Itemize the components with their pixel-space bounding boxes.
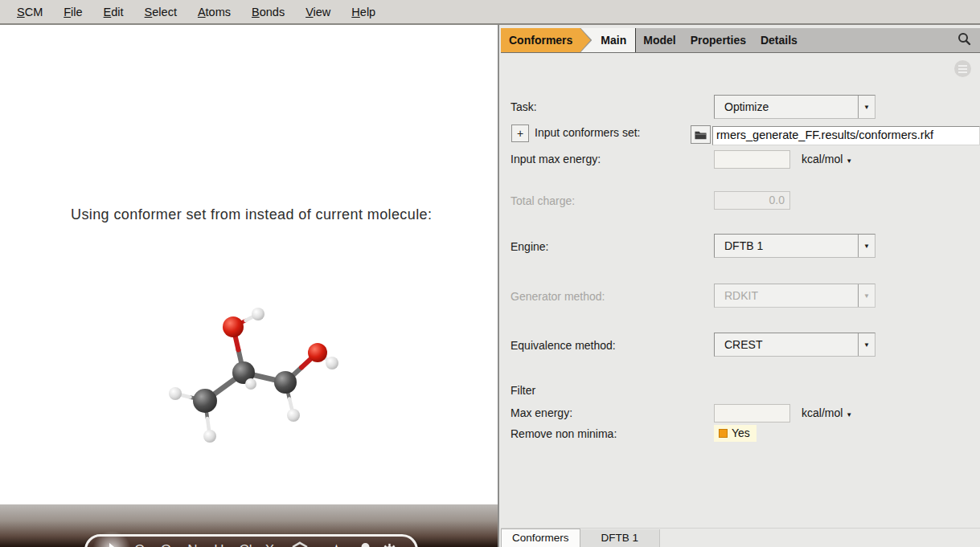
- carbon-atom: [193, 389, 217, 413]
- hydrogen-atom: [169, 387, 182, 400]
- structures-tool-icon[interactable]: ★: [323, 542, 350, 547]
- total-charge-label: Total charge:: [511, 194, 575, 207]
- element-c-button[interactable]: C: [126, 542, 153, 547]
- engine-value: DFTB 1: [715, 239, 858, 252]
- dropdown-arrow-icon: ▼: [846, 157, 852, 165]
- hydrogen-atom: [203, 430, 216, 443]
- menu-bar: SCM File Edit Select Atoms Bonds View He…: [0, 0, 980, 25]
- remove-non-minima-value: Yes: [732, 427, 750, 439]
- max-energy-field[interactable]: [714, 404, 790, 422]
- input-max-energy-label: Input max energy:: [511, 153, 601, 165]
- element-picker-button[interactable]: X▼: [259, 542, 286, 547]
- element-n-button[interactable]: N: [179, 542, 206, 547]
- dropdown-arrow-icon: ▼: [846, 411, 852, 418]
- oxygen-atom: [308, 343, 327, 362]
- dropdown-arrow-icon: ▼: [858, 284, 875, 307]
- menu-bonds[interactable]: Bonds: [243, 2, 293, 22]
- viewer-message: Using conformer set from instead of curr…: [71, 206, 432, 223]
- menu-view[interactable]: View: [297, 2, 339, 22]
- dropdown-arrow-icon[interactable]: ▼: [858, 96, 875, 118]
- input-max-energy-field[interactable]: [714, 150, 790, 169]
- element-h-button[interactable]: H: [206, 542, 232, 547]
- generator-method-value: RDKIT: [715, 289, 858, 302]
- equivalence-method-dropdown[interactable]: CREST ▼: [714, 333, 875, 357]
- panel-tab-bar: Conformers Main Model Properties Details: [501, 28, 980, 53]
- filter-section-label: Filter: [511, 384, 535, 397]
- generator-method-label: Generator method:: [511, 290, 605, 303]
- pointer-tool-icon[interactable]: [100, 542, 126, 547]
- engine-dropdown[interactable]: DFTB 1 ▼: [714, 234, 875, 258]
- ams-conformers-window: SCM File Edit Select Atoms Bonds View He…: [0, 0, 980, 547]
- carbon-atom: [274, 371, 297, 394]
- conformers-file-input[interactable]: rmers_generate_FF.results/conformers.rkf: [712, 126, 980, 145]
- browse-folder-icon[interactable]: [691, 125, 711, 144]
- search-icon[interactable]: [957, 32, 971, 49]
- menu-file[interactable]: File: [55, 2, 91, 22]
- bottom-tab-conformers[interactable]: Conformers: [501, 529, 580, 547]
- app-tab-outline: Conformers: [501, 28, 592, 52]
- task-dropdown[interactable]: Optimize ▼: [714, 95, 875, 119]
- molecule-3d-model[interactable]: [143, 288, 368, 457]
- hydrogen-atom: [252, 308, 264, 320]
- conformers-settings-panel: Conformers Main Model Properties Details…: [501, 25, 980, 547]
- tab-left-group: Conformers Main: [501, 28, 636, 52]
- menu-edit[interactable]: Edit: [95, 2, 133, 22]
- add-conformers-set-button[interactable]: +: [511, 125, 529, 142]
- tab-model[interactable]: Model: [636, 28, 683, 52]
- menu-atoms[interactable]: Atoms: [189, 2, 240, 22]
- element-o-button[interactable]: O: [153, 542, 179, 547]
- element-cl-button[interactable]: Cl: [232, 542, 259, 547]
- max-energy-unit[interactable]: kcal/mol▼: [802, 406, 852, 419]
- task-label: Task:: [511, 100, 537, 113]
- max-energy-label: Max energy:: [511, 406, 572, 419]
- menu-scm[interactable]: SCM: [8, 2, 51, 22]
- equivalence-method-label: Equivalence method:: [511, 339, 616, 352]
- engine-label: Engine:: [511, 240, 548, 253]
- menu-help[interactable]: Help: [342, 2, 384, 22]
- molecule-viewer[interactable]: Using conformer set from instead of curr…: [0, 25, 499, 547]
- generator-method-dropdown: RDKIT ▼: [714, 284, 875, 308]
- ring-tool-icon[interactable]: [286, 541, 313, 547]
- hydrogen-atom: [287, 409, 300, 422]
- tab-details[interactable]: Details: [753, 28, 805, 52]
- equivalence-method-value: CREST: [715, 338, 858, 351]
- hydrogen-atom: [326, 357, 338, 369]
- dropdown-arrow-icon[interactable]: ▼: [858, 333, 875, 356]
- remove-non-minima-checkbox[interactable]: Yes: [714, 425, 757, 442]
- tab-properties[interactable]: Properties: [683, 28, 753, 52]
- element-toolbar: C O N H Cl X▼ ★: [84, 534, 418, 547]
- panel-menu-icon[interactable]: [954, 60, 971, 77]
- tab-main[interactable]: Main: [592, 28, 636, 52]
- input-conformers-label: Input conformers set:: [535, 126, 641, 139]
- task-value: Optimize: [715, 100, 858, 113]
- total-charge-field: 0.0: [714, 191, 790, 210]
- checkbox-checked-icon: [719, 429, 728, 438]
- bottom-tab-bar: Conformers DFTB 1: [501, 528, 980, 547]
- bottom-tab-dftb[interactable]: DFTB 1: [580, 529, 661, 547]
- remove-non-minima-label: Remove non minima:: [511, 427, 617, 440]
- oxygen-atom: [223, 316, 244, 337]
- dropdown-arrow-icon[interactable]: ▼: [858, 235, 875, 257]
- menu-select[interactable]: Select: [136, 2, 186, 22]
- hydrogen-atom: [245, 378, 256, 390]
- app-tab-conformers[interactable]: Conformers: [501, 28, 592, 52]
- settings-gear-icon[interactable]: [376, 542, 403, 547]
- input-max-energy-unit[interactable]: kcal/mol▼: [802, 153, 852, 165]
- probe-tool-icon[interactable]: [350, 541, 376, 547]
